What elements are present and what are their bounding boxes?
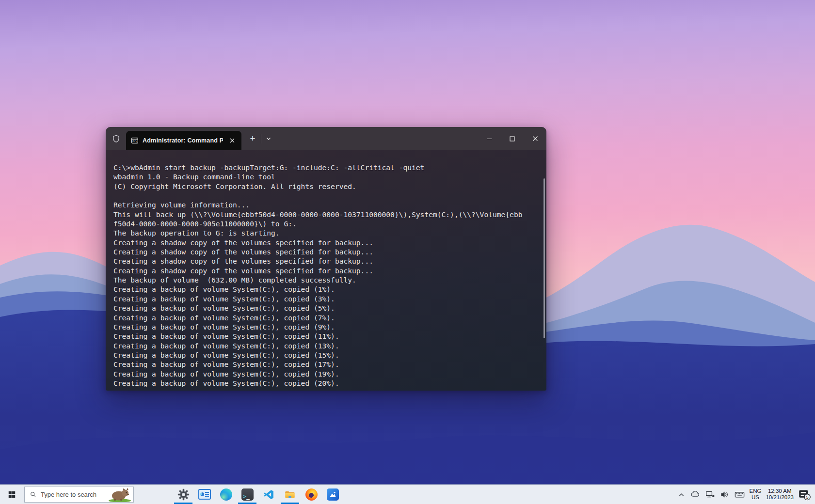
clock-date: 10/21/2023	[766, 494, 794, 501]
terminal-titlebar[interactable]: C:\ Administrator: Command Pror +	[106, 127, 546, 150]
gear-icon	[177, 488, 190, 501]
taskbar-item-windows-terminal[interactable]: >_	[237, 485, 258, 504]
svg-text:C:\: C:\	[132, 140, 137, 142]
taskbar-item-file-explorer[interactable]	[279, 485, 301, 504]
system-info-icon	[198, 489, 211, 500]
action-center-icon[interactable]: 5	[798, 488, 811, 501]
windows-logo-icon	[8, 490, 16, 499]
clock-time: 12:30 AM	[766, 488, 794, 495]
tab-close-icon[interactable]	[227, 135, 238, 146]
scrollbar-thumb[interactable]	[543, 178, 545, 338]
search-placeholder: Type here to search	[41, 491, 96, 498]
photos-icon	[327, 488, 339, 501]
maximize-button[interactable]	[501, 127, 524, 150]
tray-expand-chevron-icon[interactable]	[677, 490, 686, 499]
taskbar-item-settings[interactable]	[173, 485, 194, 504]
windows-terminal-icon: >_	[241, 488, 254, 501]
desktop: C:\ Administrator: Command Pror +	[0, 0, 815, 504]
notification-badge: 5	[806, 494, 809, 499]
network-icon[interactable]	[705, 489, 715, 500]
volume-icon[interactable]	[719, 489, 730, 500]
touch-keyboard-icon[interactable]	[734, 489, 745, 500]
firefox-icon	[305, 488, 318, 501]
close-button[interactable]	[524, 127, 546, 150]
cmd-icon: C:\	[131, 137, 139, 144]
search-icon	[30, 491, 37, 498]
new-tab-button[interactable]: +	[244, 127, 261, 150]
taskbar-item-firefox[interactable]	[301, 485, 322, 504]
taskbar-item-photos[interactable]	[322, 485, 343, 504]
taskbar-item-system-info[interactable]	[194, 485, 215, 504]
minimize-button[interactable]	[478, 127, 501, 150]
language-indicator[interactable]: ENG US	[750, 488, 762, 501]
search-highlight-wombat-image[interactable]	[107, 487, 132, 502]
clock[interactable]: 12:30 AM 10/21/2023	[766, 488, 794, 501]
language-code: ENG	[750, 488, 762, 495]
tab-title: Administrator: Command Pror	[143, 137, 223, 144]
onedrive-cloud-icon[interactable]	[690, 489, 701, 500]
taskbar-item-edge[interactable]	[215, 485, 237, 504]
terminal-window: C:\ Administrator: Command Pror +	[106, 127, 546, 391]
terminal-scrollbar[interactable]	[543, 155, 545, 386]
vscode-icon	[263, 488, 275, 501]
terminal-output: C:\>wbAdmin start backup -backupTarget:G…	[106, 150, 546, 388]
search-input[interactable]: Type here to search	[24, 487, 134, 503]
file-explorer-icon	[284, 488, 296, 501]
taskbar-item-vscode[interactable]	[258, 485, 279, 504]
admin-shield-icon	[106, 127, 126, 150]
start-button[interactable]	[0, 485, 23, 504]
taskbar-app-row: >_	[173, 485, 343, 504]
terminal-tab[interactable]: C:\ Administrator: Command Pror	[126, 131, 241, 150]
system-tray: ENG US 12:30 AM 10/21/2023 5	[677, 485, 815, 504]
tab-dropdown-button[interactable]	[261, 134, 275, 143]
taskbar: Type here to search	[0, 485, 815, 504]
language-region: US	[750, 494, 762, 501]
edge-icon	[220, 488, 232, 501]
terminal-body[interactable]: C:\>wbAdmin start backup -backupTarget:G…	[106, 150, 546, 391]
